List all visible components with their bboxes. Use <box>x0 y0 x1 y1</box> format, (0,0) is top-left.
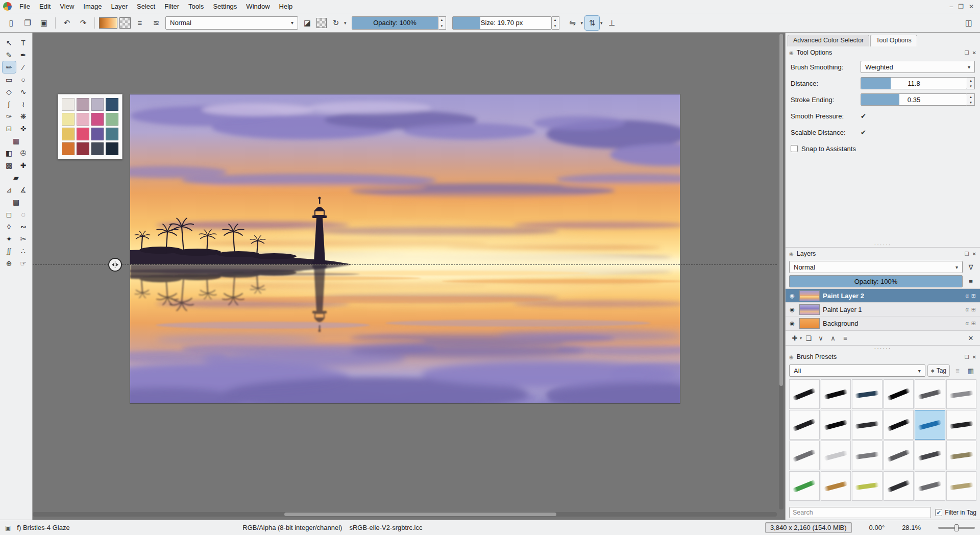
duplicate-layer-button[interactable]: ❏ <box>803 332 814 344</box>
palette-swatch[interactable] <box>62 113 75 126</box>
spin-down-icon[interactable]: ▾ <box>967 83 974 89</box>
crop-tool[interactable]: ▦ <box>10 135 23 147</box>
bezier-curve-tool[interactable]: ∫ <box>3 98 16 110</box>
snap-to-assistants-checkbox[interactable] <box>791 145 798 152</box>
gradient-tool[interactable]: ◧ <box>3 147 16 159</box>
docker-splitter[interactable]: ······ <box>786 242 980 247</box>
move-layer-down-button[interactable]: ∨ <box>815 332 826 344</box>
vertical-scrollbar[interactable] <box>779 34 783 509</box>
rect-select-tool[interactable]: ◻ <box>3 208 16 220</box>
docker-close-icon[interactable]: ✕ <box>972 251 976 257</box>
tab-advanced-color-selector[interactable]: Advanced Color Selector <box>788 35 869 46</box>
polygonal-select-tool[interactable]: ◊ <box>3 221 16 232</box>
docker-float-icon[interactable]: ❐ <box>965 251 969 257</box>
layer-row[interactable]: ◉Paint Layer 2α⊞ <box>786 289 980 303</box>
choose-brush-preset-button[interactable]: ≋ <box>149 16 163 30</box>
layer-visibility-icon[interactable]: ◉ <box>788 306 796 313</box>
brush-preset[interactable] <box>884 441 914 470</box>
stroke-ending-slider[interactable]: 0.35 <box>861 93 967 106</box>
choose-workspace-button[interactable]: ◫ <box>962 16 976 30</box>
palette-swatch[interactable] <box>77 113 89 126</box>
layer-filter-icon[interactable]: ∇ <box>965 261 976 273</box>
spin-up-icon[interactable]: ▴ <box>552 17 559 23</box>
menu-help[interactable]: Help <box>275 1 298 12</box>
brush-preset[interactable] <box>946 471 977 501</box>
layer-visibility-icon[interactable]: ◉ <box>788 293 796 299</box>
docker-float-icon[interactable]: ❐ <box>965 354 969 360</box>
stroke-ending-spinner[interactable]: ▴ ▾ <box>967 93 975 106</box>
palette-swatch[interactable] <box>106 128 118 140</box>
pointer-tool[interactable]: ↖ <box>3 37 16 48</box>
list-view-icon[interactable]: ≡ <box>952 365 963 376</box>
opacity-slider[interactable]: Opacity: 100% <box>352 16 438 30</box>
zoom-slider-thumb[interactable] <box>954 524 959 531</box>
filter-in-tag-checkbox[interactable]: ✔ <box>935 509 942 516</box>
ellipse-select-tool[interactable]: ◌ <box>17 208 30 220</box>
zoom-tool[interactable]: ⊕ <box>3 257 16 269</box>
pan-tool[interactable]: ☞ <box>17 257 30 269</box>
polygon-tool[interactable]: ◇ <box>3 86 16 98</box>
palette-swatch[interactable] <box>91 113 104 126</box>
zoom-slider[interactable] <box>938 527 975 529</box>
brush-preset[interactable] <box>852 471 883 501</box>
inherit-alpha-icon[interactable]: α <box>965 306 968 313</box>
opacity-spinner[interactable]: ▴ ▾ <box>438 16 446 30</box>
brush-preset[interactable] <box>884 471 914 501</box>
palette-swatch[interactable] <box>62 128 75 140</box>
palette-swatch[interactable] <box>106 142 118 155</box>
palette-swatch[interactable] <box>62 98 75 111</box>
menu-filter[interactable]: Filter <box>160 1 184 12</box>
canvas-area[interactable] <box>33 33 785 520</box>
menu-image[interactable]: Image <box>79 1 106 12</box>
calligraphy-tool[interactable]: ✒ <box>17 49 30 61</box>
pattern-chooser-button[interactable] <box>119 17 131 29</box>
menu-file[interactable]: File <box>15 1 35 12</box>
spin-down-icon[interactable]: ▾ <box>438 23 446 29</box>
brush-preset[interactable] <box>946 410 977 440</box>
dynamic-brush-tool[interactable]: ✑ <box>3 110 16 122</box>
delete-layer-button[interactable]: ✕ <box>965 332 976 344</box>
freehand-select-tool[interactable]: ∾ <box>17 221 30 232</box>
line-tool[interactable]: ∕ <box>17 61 30 73</box>
layer-row[interactable]: ◉Paint Layer 1α⊞ <box>786 303 980 317</box>
fill-tool[interactable]: ▰ <box>10 172 23 183</box>
chevron-down-icon[interactable]: ▾ <box>581 20 583 26</box>
brush-preset[interactable] <box>915 410 945 440</box>
inherit-alpha-icon[interactable]: α <box>965 320 968 327</box>
gradient-chooser-button[interactable] <box>99 17 117 29</box>
layer-properties-button[interactable]: ≡ <box>840 332 851 344</box>
tag-button[interactable]: ◆ Tag <box>927 364 950 377</box>
close-icon[interactable]: ✕ <box>969 3 974 10</box>
layer-lock-icon[interactable]: ⊞ <box>971 293 976 299</box>
brush-preset[interactable] <box>821 441 851 470</box>
menu-view[interactable]: View <box>55 1 79 12</box>
brush-preset[interactable] <box>915 471 945 501</box>
new-document-button[interactable]: ▯ <box>4 16 18 30</box>
layer-row[interactable]: ◉Backgroundα⊞ <box>786 317 980 330</box>
palette-swatch[interactable] <box>91 98 104 111</box>
minimize-icon[interactable]: – <box>949 3 953 10</box>
ellipse-tool[interactable]: ○ <box>17 74 30 85</box>
canvas[interactable] <box>130 94 680 403</box>
magnetic-select-tool[interactable]: ∴ <box>17 245 30 257</box>
reference-images-tool[interactable]: ▤ <box>10 196 23 208</box>
brush-preset[interactable] <box>789 410 820 440</box>
brush-preset[interactable] <box>852 441 883 470</box>
docker-splitter[interactable]: ······ <box>786 346 980 351</box>
assistants-tool[interactable]: ⊿ <box>3 184 16 196</box>
menu-window[interactable]: Window <box>241 1 274 12</box>
brush-preset[interactable] <box>915 379 945 409</box>
spin-up-icon[interactable]: ▴ <box>438 17 446 23</box>
transform-tool[interactable]: ⊡ <box>3 123 16 134</box>
docker-close-icon[interactable]: ✕ <box>972 354 976 360</box>
outline-select-tool[interactable]: ✂ <box>17 233 30 245</box>
menu-edit[interactable]: Edit <box>35 1 55 12</box>
reload-preset-button[interactable]: ↻ <box>329 16 343 30</box>
chevron-down-icon[interactable]: ▾ <box>600 20 603 26</box>
text-tool[interactable]: T <box>17 37 30 48</box>
brush-size-spinner[interactable]: ▴ ▾ <box>552 16 559 30</box>
palette-swatch[interactable] <box>77 128 89 140</box>
eraser-mode-button[interactable]: ◪ <box>300 16 314 30</box>
tab-tool-options[interactable]: Tool Options <box>870 35 917 46</box>
chevron-down-icon[interactable]: ▾ <box>800 336 802 341</box>
